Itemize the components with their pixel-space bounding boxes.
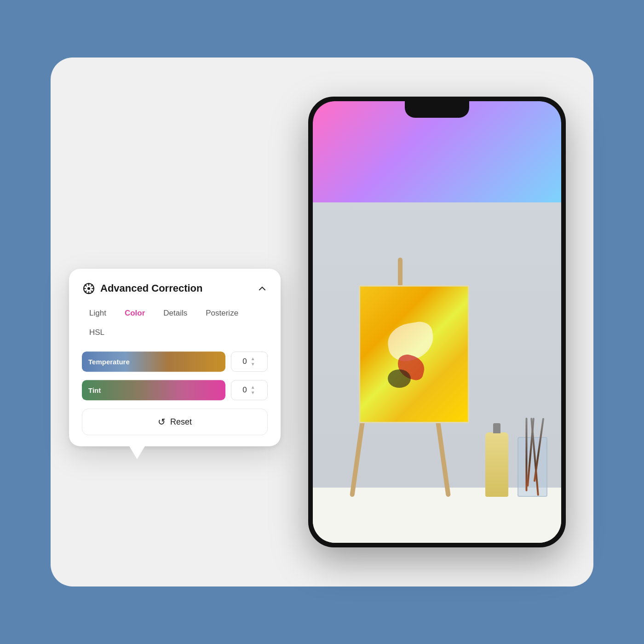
phone-image-area: [313, 184, 561, 543]
main-card: Advanced Correction Light Color Details …: [51, 58, 593, 586]
tint-slider-row: Tint 0 ▲ ▼: [82, 380, 268, 400]
supplies-group: [485, 432, 547, 497]
tab-color[interactable]: Color: [117, 305, 152, 321]
phone-notch: [405, 101, 469, 118]
temperature-slider-row: Temperature 0 ▲ ▼: [82, 351, 268, 372]
paint-splash-dark: [388, 369, 411, 388]
settings-icon: [82, 282, 96, 295]
temperature-increment[interactable]: ▲: [250, 356, 256, 361]
brushes: [525, 418, 540, 496]
svg-line-7: [91, 291, 92, 292]
temperature-stepper: ▲ ▼: [250, 356, 256, 367]
temperature-label: Temperature: [88, 358, 130, 366]
temperature-decrement[interactable]: ▼: [250, 362, 256, 367]
painting-scene: [313, 184, 561, 543]
panel-header: Advanced Correction: [82, 282, 268, 295]
bottle: [485, 432, 508, 497]
reset-button[interactable]: ↺ Reset: [82, 408, 268, 435]
tab-posterize[interactable]: Posterize: [198, 305, 246, 321]
chevron-up-button[interactable]: [257, 283, 268, 294]
tint-label: Tint: [88, 386, 101, 394]
phone-mockup: [308, 97, 566, 547]
tint-slider-container: Tint 0 ▲ ▼: [82, 380, 268, 400]
svg-point-1: [87, 287, 90, 290]
tab-bar: Light Color Details Posterize HSL: [82, 305, 268, 340]
temperature-slider-container: Temperature 0 ▲ ▼: [82, 351, 268, 372]
tint-decrement[interactable]: ▼: [250, 391, 256, 395]
tint-value: 0: [242, 385, 247, 395]
tint-track[interactable]: Tint: [82, 380, 225, 400]
canvas-painting: [359, 285, 469, 423]
temperature-value: 0: [242, 357, 247, 366]
reset-label: Reset: [170, 417, 192, 427]
brush-jar: [518, 437, 547, 497]
panel-header-left: Advanced Correction: [82, 282, 203, 295]
correction-panel: Advanced Correction Light Color Details …: [69, 269, 281, 446]
phone-screen: [313, 101, 561, 543]
svg-line-8: [91, 285, 92, 286]
temperature-track[interactable]: Temperature: [82, 351, 225, 372]
tint-stepper: ▲ ▼: [250, 385, 256, 395]
reset-icon: ↺: [158, 416, 166, 427]
tint-value-box: 0 ▲ ▼: [231, 380, 268, 400]
tab-light[interactable]: Light: [82, 305, 114, 321]
svg-line-9: [85, 291, 86, 292]
temperature-value-box: 0 ▲ ▼: [231, 351, 268, 372]
tab-details[interactable]: Details: [156, 305, 195, 321]
panel-title: Advanced Correction: [100, 282, 203, 294]
tint-increment[interactable]: ▲: [250, 385, 256, 390]
svg-line-6: [85, 285, 86, 286]
tab-hsl[interactable]: HSL: [82, 325, 112, 340]
easel-group: [336, 258, 465, 497]
